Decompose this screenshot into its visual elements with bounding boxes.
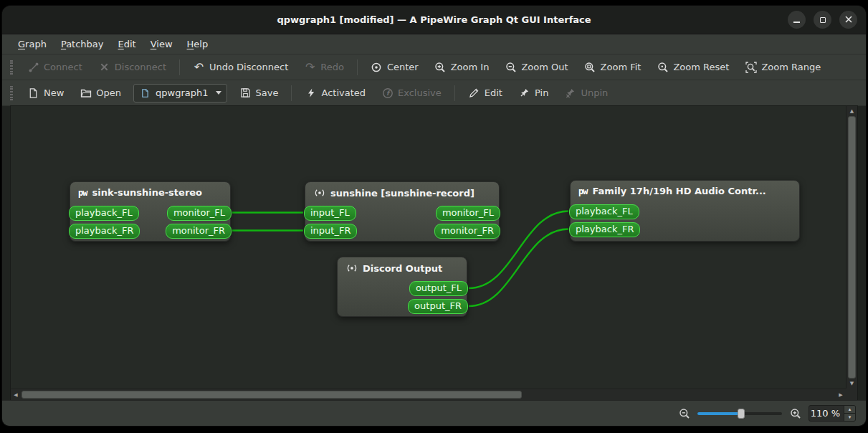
zoom-reset-button[interactable]: Zoom Reset — [650, 58, 735, 77]
connect-button[interactable]: Connect — [21, 58, 89, 77]
node-title: sink-sunshine-stereo — [92, 187, 202, 198]
scroll-right-icon[interactable]: ▶ — [836, 389, 846, 400]
stream-icon — [313, 187, 325, 199]
zoom-out-icon[interactable] — [678, 407, 690, 419]
port-monitor-FL[interactable]: monitor_FL — [436, 206, 500, 221]
horizontal-scrollbar-thumb[interactable] — [22, 391, 522, 399]
vertical-scrollbar-thumb[interactable] — [848, 116, 856, 379]
window-title: qpwgraph1 [modified] — A PipeWire Graph … — [2, 14, 866, 25]
zoom-value: 110 % — [809, 406, 844, 421]
zoom-slider[interactable] — [697, 407, 782, 420]
node-sunshine[interactable]: sunshine [sunshine-record] input_FL inpu… — [305, 181, 500, 242]
toolbar-separator — [357, 60, 358, 75]
menu-graph[interactable]: Graph — [11, 37, 54, 52]
new-button[interactable]: New — [21, 84, 70, 103]
activated-toggle[interactable]: Activated — [298, 84, 372, 103]
disconnect-icon — [98, 62, 110, 73]
undo-disconnect-button[interactable]: ↶ Undo Disconnect — [186, 58, 295, 77]
chevron-down-icon — [216, 91, 221, 95]
open-button[interactable]: Open — [73, 84, 128, 103]
toolbar-main: Connect Disconnect ↶ Undo Disconnect ↷ R… — [2, 54, 866, 80]
vertical-scrollbar[interactable]: ▲ ▼ — [846, 106, 857, 389]
undo-icon: ↶ — [193, 62, 205, 73]
new-file-icon — [27, 87, 39, 99]
toolbar-drag-handle[interactable] — [10, 60, 13, 75]
app-window: qpwgraph1 [modified] — A PipeWire Graph … — [2, 6, 866, 426]
close-button[interactable] — [839, 11, 857, 29]
port-playback-FL[interactable]: playback_FL — [69, 206, 139, 221]
node-title: Family 17h/19h HD Audio Contr... — [592, 186, 766, 196]
port-monitor-FR[interactable]: monitor_FR — [434, 224, 500, 239]
scroll-left-icon[interactable]: ◀ — [11, 389, 21, 400]
zoom-fit-button[interactable]: Zoom Fit — [578, 58, 648, 77]
exclusive-toggle[interactable]: f Exclusive — [375, 84, 448, 103]
menubar: Graph Patchbay Edit View Help — [2, 34, 866, 54]
pin-icon — [518, 87, 530, 99]
port-output-FL[interactable]: output_FL — [409, 281, 468, 296]
port-playback-FR[interactable]: playback_FR — [569, 222, 640, 237]
node-sink-sunshine-stereo[interactable]: pw sink-sunshine-stereo playback_FL play… — [70, 181, 231, 242]
horizontal-scrollbar[interactable]: ◀ ▶ — [11, 389, 846, 400]
redo-icon: ↷ — [304, 62, 316, 73]
unpin-button[interactable]: Unpin — [558, 84, 614, 103]
save-button[interactable]: Save — [233, 84, 285, 103]
pipewire-icon: pw — [78, 188, 87, 198]
stream-icon — [345, 262, 358, 274]
toolbar-file: New Open qpwgraph1 Save Act — [2, 80, 866, 106]
spin-down-icon: ▾ — [849, 414, 852, 420]
cables-layer — [11, 106, 846, 389]
maximize-icon — [820, 17, 826, 23]
svg-text:f: f — [386, 90, 391, 97]
zoom-in-button[interactable]: Zoom In — [428, 58, 496, 77]
zoom-range-icon — [745, 62, 757, 73]
graph-canvas[interactable]: pw sink-sunshine-stereo playback_FL play… — [11, 106, 846, 389]
titlebar[interactable]: qpwgraph1 [modified] — A PipeWire Graph … — [2, 6, 866, 34]
pencil-icon — [468, 87, 480, 99]
port-playback-FR[interactable]: playback_FR — [69, 224, 140, 239]
maximize-button[interactable] — [814, 11, 831, 29]
menu-patchbay[interactable]: Patchbay — [54, 37, 111, 52]
lightning-icon — [305, 87, 317, 99]
port-input-FL[interactable]: input_FL — [304, 206, 356, 221]
open-folder-icon — [80, 87, 92, 99]
menu-edit[interactable]: Edit — [111, 37, 143, 52]
center-button[interactable]: Center — [364, 58, 425, 77]
menu-help[interactable]: Help — [180, 37, 216, 52]
port-input-FR[interactable]: input_FR — [304, 224, 357, 239]
port-playback-FL[interactable]: playback_FL — [569, 204, 639, 219]
menu-view[interactable]: View — [143, 37, 180, 52]
toolbar-separator — [179, 60, 180, 75]
spin-down-button[interactable]: ▾ — [844, 413, 855, 421]
port-output-FR[interactable]: output_FR — [408, 299, 468, 314]
port-monitor-FR[interactable]: monitor_FR — [166, 224, 232, 239]
node-discord-output[interactable]: Discord Output output_FL output_FR — [337, 257, 467, 317]
zoom-range-button[interactable]: Zoom Range — [738, 58, 827, 77]
scroll-down-icon[interactable]: ▼ — [846, 379, 857, 389]
zoom-spinbox[interactable]: 110 % ▴ ▾ — [809, 405, 856, 422]
disconnect-button[interactable]: Disconnect — [92, 58, 173, 77]
zoom-slider-thumb[interactable] — [738, 409, 745, 419]
unpin-icon — [564, 87, 576, 99]
zoom-reset-icon — [657, 62, 669, 73]
zoom-out-icon — [505, 62, 517, 73]
patchbay-combobox[interactable]: qpwgraph1 — [133, 84, 226, 103]
redo-button[interactable]: ↷ Redo — [297, 58, 350, 77]
zoom-in-icon[interactable] — [789, 407, 801, 419]
statusbar: 110 % ▴ ▾ — [2, 400, 866, 426]
patchbay-combo-value: qpwgraph1 — [156, 87, 208, 98]
pipewire-icon: pw — [578, 186, 587, 196]
node-title: Discord Output — [363, 263, 442, 274]
slider-fill — [697, 412, 741, 415]
node-title: sunshine [sunshine-record] — [330, 188, 474, 199]
scroll-up-icon[interactable]: ▲ — [846, 106, 857, 116]
edit-button[interactable]: Edit — [462, 84, 509, 103]
spin-up-button[interactable]: ▴ — [844, 406, 855, 413]
zoom-out-button[interactable]: Zoom Out — [498, 58, 574, 77]
toolbar-separator — [291, 85, 292, 101]
port-monitor-FL[interactable]: monitor_FL — [167, 206, 232, 221]
zoom-fit-icon — [584, 62, 596, 73]
toolbar-drag-handle[interactable] — [10, 86, 13, 100]
node-family-hd-audio[interactable]: pw Family 17h/19h HD Audio Contr... play… — [570, 180, 800, 242]
minimize-button[interactable] — [788, 11, 806, 29]
pin-button[interactable]: Pin — [512, 84, 555, 103]
